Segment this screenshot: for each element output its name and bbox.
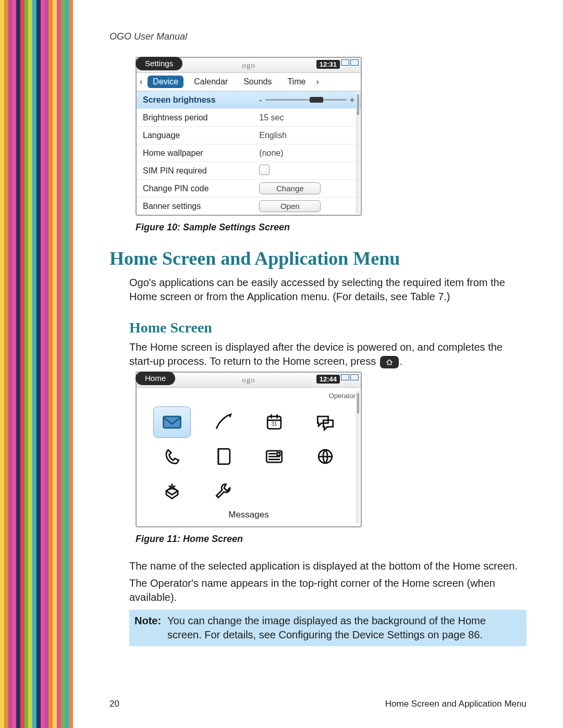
home-screenshot: Home ogo 12:44 Operator: [136, 372, 362, 527]
running-header: OGO User Manual: [109, 31, 527, 42]
clock: 12:31: [316, 60, 340, 69]
row-value: (none): [259, 149, 354, 158]
app-mail-icon[interactable]: [153, 406, 191, 438]
settings-screenshot: Settings ogo 12:31 ‹ Device Calendar Sou…: [136, 57, 362, 216]
figure-10-caption: Figure 10: Sample Settings Screen: [136, 222, 527, 233]
footer-section-title: Home Screen and Application Menu: [385, 699, 527, 709]
section-heading: Home Screen and Application Menu: [109, 248, 527, 269]
app-compose-icon[interactable]: [204, 406, 242, 438]
row-home-wallpaper[interactable]: Home wallpaper (none): [137, 144, 361, 162]
row-label: Banner settings: [143, 202, 259, 211]
sim-pin-checkbox[interactable]: [259, 165, 270, 175]
status-icons: [341, 374, 359, 380]
note-text: You can change the image displayed as th…: [167, 614, 521, 642]
app-grid: 31: [149, 406, 348, 507]
page-number: 20: [109, 699, 119, 709]
tab-calendar[interactable]: Calendar: [189, 76, 233, 88]
settings-scrollbar[interactable]: [356, 92, 360, 214]
tab-sounds[interactable]: Sounds: [238, 76, 277, 88]
note-label: Note:: [134, 614, 161, 642]
home-topbar: Home ogo 12:44: [137, 373, 361, 388]
app-chat-icon[interactable]: [307, 406, 344, 438]
app-contacts-icon[interactable]: [204, 441, 242, 472]
signal-icon: [341, 59, 349, 66]
home-paragraph: The Home screen is displayed after the d…: [129, 340, 527, 368]
home-paragraph-before: The Home screen is displayed after the d…: [129, 341, 503, 367]
note-box: Note: You can change the image displayed…: [129, 610, 527, 646]
row-banner-settings[interactable]: Banner settings Open: [137, 198, 361, 215]
row-sim-pin[interactable]: SIM PIN required: [137, 162, 361, 180]
chevron-right-icon[interactable]: ›: [316, 77, 319, 87]
battery-icon: [350, 374, 359, 380]
figure-11-caption: Figure 11: Home Screen: [136, 534, 527, 545]
row-screen-brightness[interactable]: Screen brightness - +: [137, 91, 361, 109]
decorative-stripe-band: [0, 0, 73, 728]
app-news-icon[interactable]: [255, 441, 293, 472]
row-label: Screen brightness: [143, 95, 259, 105]
row-language[interactable]: Language English: [137, 127, 361, 144]
row-label: SIM PIN required: [143, 166, 259, 176]
change-pin-button[interactable]: Change: [259, 182, 321, 194]
row-label: Language: [143, 131, 259, 140]
clock: 12:44: [316, 375, 340, 384]
battery-icon: [350, 59, 359, 66]
page-footer: 20 Home Screen and Application Menu: [109, 699, 527, 709]
operator-label: Operator: [329, 392, 356, 400]
row-value: English: [259, 131, 354, 140]
chevron-left-icon[interactable]: ‹: [140, 77, 142, 87]
home-key-icon: [380, 356, 399, 368]
page-content: OGO User Manual Settings ogo 12:31 ‹ Dev…: [109, 31, 527, 707]
brightness-slider[interactable]: - +: [259, 95, 354, 105]
figure-11: Home ogo 12:44 Operator: [109, 372, 527, 545]
svg-text:31: 31: [271, 421, 277, 427]
settings-tabs: ‹ Device Calendar Sounds Time ›: [137, 73, 361, 91]
row-value: 15 sec: [259, 113, 354, 122]
ogo-logo: ogo: [242, 61, 255, 70]
row-label: Home wallpaper: [143, 149, 259, 158]
subsection-heading: Home Screen: [129, 319, 527, 336]
row-change-pin[interactable]: Change PIN code Change: [137, 180, 361, 198]
ogo-logo: ogo: [242, 376, 255, 385]
intro-paragraph: Ogo's applications can be easily accesse…: [129, 276, 527, 304]
row-label: Brightness period: [143, 113, 259, 122]
tab-time[interactable]: Time: [282, 76, 311, 88]
app-browser-icon[interactable]: [307, 441, 344, 472]
signal-icon: [341, 374, 349, 380]
open-banner-button[interactable]: Open: [259, 200, 321, 212]
home-scrollbar[interactable]: [356, 391, 360, 523]
settings-topbar: Settings ogo 12:31: [137, 58, 361, 73]
home-title-tab: Home: [136, 372, 175, 385]
app-tools-icon[interactable]: [204, 475, 242, 507]
settings-title-tab: Settings: [136, 57, 182, 70]
row-brightness-period[interactable]: Brightness period 15 sec: [137, 109, 361, 127]
settings-rows: Screen brightness - + Brightness period …: [137, 91, 361, 215]
status-icons: [341, 59, 359, 66]
plus-icon: +: [350, 95, 354, 105]
row-label: Change PIN code: [143, 184, 259, 193]
selected-app-name: Messages: [149, 507, 348, 524]
app-extras-icon[interactable]: [153, 475, 191, 507]
minus-icon: -: [259, 95, 262, 105]
home-body: Operator 31: [137, 388, 361, 526]
paragraph-after-fig11-b: The Operator's name appears in the top-r…: [129, 576, 527, 604]
figure-10: Settings ogo 12:31 ‹ Device Calendar Sou…: [109, 57, 527, 233]
tab-device[interactable]: Device: [148, 76, 183, 88]
app-phone-icon[interactable]: [153, 441, 191, 472]
home-paragraph-after: .: [400, 355, 403, 367]
paragraph-after-fig11-a: The name of the selected application is …: [129, 559, 527, 573]
app-calendar-icon[interactable]: 31: [255, 406, 293, 438]
